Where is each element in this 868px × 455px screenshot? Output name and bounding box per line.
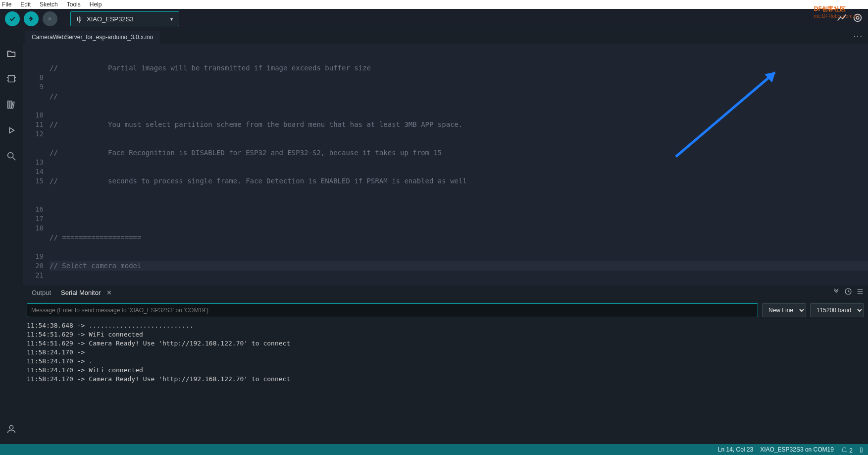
code-body[interactable]: // Partial images will be transmitted if… [50, 44, 868, 285]
status-bar: Ln 14, Col 23 XIAO_ESP32S3 on COM19 2 ▯ [0, 444, 868, 455]
bottom-panel: Output Serial Monitor ✕ New Line 115200 … [23, 285, 868, 444]
svg-point-3 [856, 16, 859, 19]
svg-rect-11 [12, 102, 14, 108]
status-notifications[interactable]: 2 [841, 446, 853, 454]
editor-tabbar: CameraWebServer_for_esp-arduino_3.0.x.in… [0, 29, 868, 44]
baud-select[interactable]: 115200 baud [810, 303, 864, 317]
sidebar [0, 44, 23, 444]
svg-marker-12 [9, 128, 14, 133]
verify-button[interactable] [5, 11, 20, 26]
menu-tools[interactable]: Tools [67, 1, 81, 8]
close-panel-icon[interactable]: ▯ [860, 446, 863, 453]
workarea: 89 101112 131415 161718 192021 222324 25… [0, 44, 868, 444]
panel-tabs: Output Serial Monitor ✕ [23, 285, 868, 300]
tab-file[interactable]: CameraWebServer_for_esp-arduino_3.0.x.in… [25, 31, 160, 44]
sidebar-sketchbook-icon[interactable] [6, 48, 17, 60]
svg-point-13 [8, 153, 13, 158]
svg-rect-10 [10, 101, 11, 109]
close-icon[interactable]: ✕ [106, 289, 112, 296]
sidebar-search-icon[interactable] [6, 151, 17, 164]
svg-rect-9 [8, 101, 9, 109]
menu-help[interactable]: Help [90, 1, 102, 8]
toolbar: ψ XIAO_ESP32S3 ▾ [0, 9, 868, 29]
status-cursor-pos: Ln 14, Col 23 [718, 446, 753, 453]
serial-message-input[interactable] [27, 303, 758, 317]
status-board-port[interactable]: XIAO_ESP32S3 on COM19 [760, 446, 834, 453]
board-selector[interactable]: ψ XIAO_ESP32S3 ▾ [70, 11, 179, 26]
svg-line-14 [13, 158, 16, 161]
scroll-down-icon[interactable] [832, 287, 840, 297]
debug-button[interactable] [43, 11, 57, 26]
serial-plotter-icon[interactable] [836, 12, 847, 25]
sidebar-library-icon[interactable] [6, 99, 17, 112]
svg-point-15 [9, 426, 13, 429]
tab-overflow[interactable]: ··· [854, 32, 863, 41]
menu-file[interactable]: File [2, 1, 11, 8]
serial-controls: New Line 115200 baud [23, 300, 868, 320]
timestamp-icon[interactable] [844, 287, 852, 297]
menu-edit[interactable]: Edit [20, 1, 31, 8]
svg-marker-1 [49, 17, 52, 21]
menu-bar: File Edit Sketch Tools Help [0, 0, 868, 9]
sidebar-profile-icon[interactable] [6, 423, 17, 436]
menu-sketch[interactable]: Sketch [40, 1, 58, 8]
usb-icon: ψ [77, 15, 82, 23]
code-editor[interactable]: 89 101112 131415 161718 192021 222324 25… [23, 44, 868, 285]
upload-button[interactable] [24, 11, 39, 26]
chevron-down-icon: ▾ [170, 16, 173, 22]
line-ending-select[interactable]: New Line [762, 303, 806, 317]
sidebar-debug-icon[interactable] [6, 125, 17, 138]
clear-icon[interactable] [856, 287, 864, 297]
line-gutter: 89 101112 131415 161718 192021 222324 25… [23, 44, 50, 285]
board-name: XIAO_ESP32S3 [87, 15, 134, 23]
svg-rect-4 [8, 76, 15, 82]
tab-serial-monitor[interactable]: Serial Monitor [56, 287, 105, 298]
serial-monitor-icon[interactable] [852, 12, 863, 25]
tab-output[interactable]: Output [27, 287, 56, 298]
serial-output[interactable]: 11:54:38.648 -> ........................… [23, 320, 868, 444]
sidebar-boards-icon[interactable] [6, 73, 17, 86]
svg-point-2 [854, 14, 862, 22]
